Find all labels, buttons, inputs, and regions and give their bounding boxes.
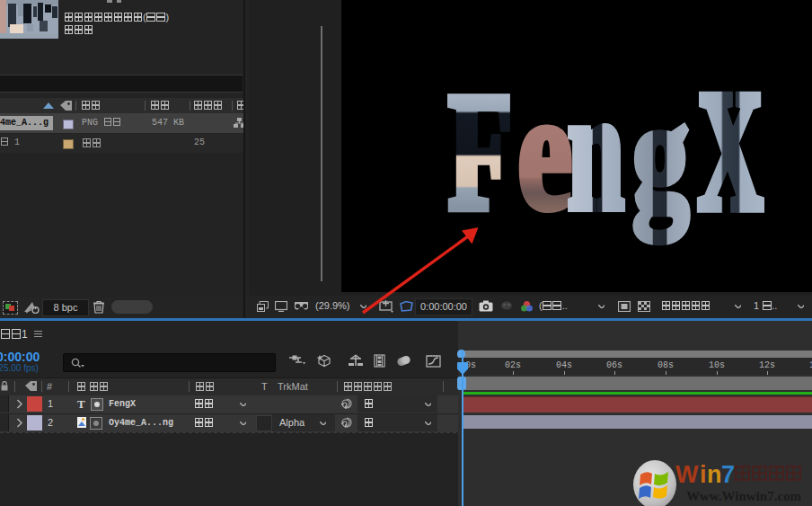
svg-text:g: g xyxy=(632,68,689,243)
svg-text:n: n xyxy=(568,56,624,244)
svg-text:e: e xyxy=(517,57,572,244)
svg-text:i: i xyxy=(700,461,707,488)
svg-text:X: X xyxy=(698,56,763,244)
svg-text:n: n xyxy=(707,461,722,488)
svg-text:W: W xyxy=(675,461,699,488)
svg-text:Www.Winwin7.com: Www.Winwin7.com xyxy=(686,489,802,503)
svg-text:7: 7 xyxy=(721,461,735,488)
